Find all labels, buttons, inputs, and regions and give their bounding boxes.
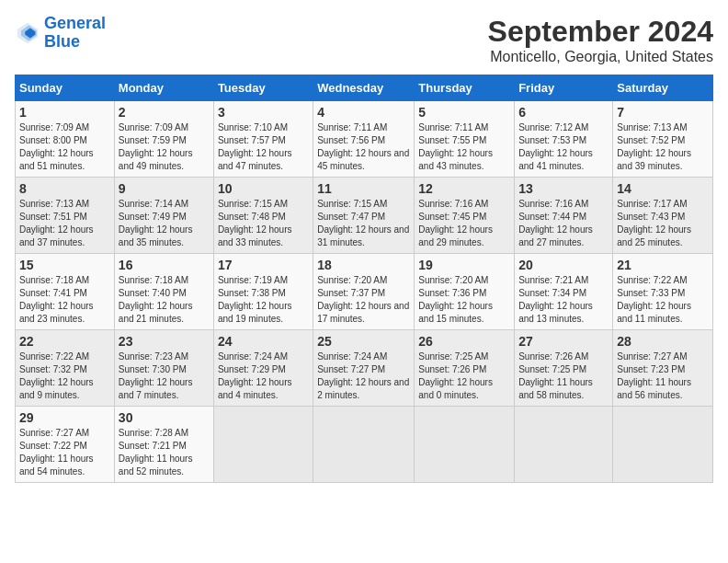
header-wednesday: Wednesday xyxy=(313,75,415,101)
day-number: 2 xyxy=(119,105,210,120)
day-detail: Sunrise: 7:10 AMSunset: 7:57 PMDaylight:… xyxy=(218,122,292,171)
header-saturday: Saturday xyxy=(613,75,713,101)
header-tuesday: Tuesday xyxy=(213,75,313,101)
day-number: 13 xyxy=(518,181,609,196)
day-number: 6 xyxy=(518,105,609,120)
calendar-table: Sunday Monday Tuesday Wednesday Thursday… xyxy=(15,75,713,483)
table-cell: 7 Sunrise: 7:13 AMSunset: 7:52 PMDayligh… xyxy=(613,101,713,178)
day-number: 16 xyxy=(119,258,210,272)
logo-text: General Blue xyxy=(44,15,106,52)
table-cell: 4 Sunrise: 7:11 AMSunset: 7:56 PMDayligh… xyxy=(313,101,415,178)
table-cell: 16 Sunrise: 7:18 AMSunset: 7:40 PMDaylig… xyxy=(114,254,213,330)
table-cell: 5 Sunrise: 7:11 AMSunset: 7:55 PMDayligh… xyxy=(415,101,515,178)
day-detail: Sunrise: 7:27 AMSunset: 7:22 PMDaylight:… xyxy=(19,428,94,477)
header-thursday: Thursday xyxy=(415,75,515,101)
day-number: 25 xyxy=(317,334,410,349)
day-detail: Sunrise: 7:28 AMSunset: 7:21 PMDaylight:… xyxy=(119,428,193,477)
header-sunday: Sunday xyxy=(16,75,115,101)
day-detail: Sunrise: 7:16 AMSunset: 7:45 PMDaylight:… xyxy=(418,199,493,247)
day-number: 4 xyxy=(317,105,410,120)
table-cell: 11 Sunrise: 7:15 AMSunset: 7:47 PMDaylig… xyxy=(313,178,415,254)
day-detail: Sunrise: 7:11 AMSunset: 7:55 PMDaylight:… xyxy=(418,122,493,171)
logo: General Blue xyxy=(15,15,106,52)
day-number: 27 xyxy=(518,334,609,349)
day-detail: Sunrise: 7:15 AMSunset: 7:48 PMDaylight:… xyxy=(218,199,292,247)
table-cell: 1 Sunrise: 7:09 AMSunset: 8:00 PMDayligh… xyxy=(16,101,115,178)
day-number: 9 xyxy=(119,181,210,196)
day-detail: Sunrise: 7:21 AMSunset: 7:34 PMDaylight:… xyxy=(518,275,593,324)
table-cell: 6 Sunrise: 7:12 AMSunset: 7:53 PMDayligh… xyxy=(515,101,613,178)
day-number: 11 xyxy=(317,181,410,196)
table-cell: 15 Sunrise: 7:18 AMSunset: 7:41 PMDaylig… xyxy=(16,254,115,330)
day-number: 17 xyxy=(218,258,309,272)
day-number: 5 xyxy=(418,105,510,120)
day-number: 23 xyxy=(119,334,210,349)
table-cell: 29 Sunrise: 7:27 AMSunset: 7:22 PMDaylig… xyxy=(16,407,115,483)
day-number: 7 xyxy=(617,105,709,120)
day-detail: Sunrise: 7:27 AMSunset: 7:23 PMDaylight:… xyxy=(617,351,691,400)
page-subtitle: Monticello, Georgia, United States xyxy=(488,49,713,65)
day-number: 1 xyxy=(19,105,110,120)
table-cell xyxy=(515,407,613,483)
day-number: 30 xyxy=(119,410,210,425)
day-detail: Sunrise: 7:14 AMSunset: 7:49 PMDaylight:… xyxy=(119,199,193,247)
day-detail: Sunrise: 7:20 AMSunset: 7:37 PMDaylight:… xyxy=(317,275,409,324)
day-number: 12 xyxy=(418,181,510,196)
day-detail: Sunrise: 7:09 AMSunset: 7:59 PMDaylight:… xyxy=(119,122,193,171)
calendar-row: 8 Sunrise: 7:13 AMSunset: 7:51 PMDayligh… xyxy=(16,178,713,254)
day-number: 24 xyxy=(218,334,309,349)
day-detail: Sunrise: 7:24 AMSunset: 7:27 PMDaylight:… xyxy=(317,351,409,400)
table-cell: 10 Sunrise: 7:15 AMSunset: 7:48 PMDaylig… xyxy=(213,178,313,254)
day-number: 3 xyxy=(218,105,309,120)
table-cell: 3 Sunrise: 7:10 AMSunset: 7:57 PMDayligh… xyxy=(213,101,313,178)
page-title: September 2024 xyxy=(488,15,713,49)
day-detail: Sunrise: 7:15 AMSunset: 7:47 PMDaylight:… xyxy=(317,199,409,247)
table-cell: 12 Sunrise: 7:16 AMSunset: 7:45 PMDaylig… xyxy=(415,178,515,254)
day-detail: Sunrise: 7:16 AMSunset: 7:44 PMDaylight:… xyxy=(518,199,593,247)
table-cell: 23 Sunrise: 7:23 AMSunset: 7:30 PMDaylig… xyxy=(114,330,213,407)
day-number: 26 xyxy=(418,334,510,349)
page-header: General Blue September 2024 Monticello, … xyxy=(15,15,713,65)
day-number: 21 xyxy=(617,258,709,272)
table-cell: 19 Sunrise: 7:20 AMSunset: 7:36 PMDaylig… xyxy=(415,254,515,330)
table-cell xyxy=(213,407,313,483)
logo-line1: General xyxy=(44,14,106,32)
day-detail: Sunrise: 7:13 AMSunset: 7:51 PMDaylight:… xyxy=(19,199,94,247)
logo-line2: Blue xyxy=(44,32,80,51)
title-area: September 2024 Monticello, Georgia, Unit… xyxy=(488,15,713,65)
day-detail: Sunrise: 7:09 AMSunset: 8:00 PMDaylight:… xyxy=(19,122,94,171)
table-cell: 9 Sunrise: 7:14 AMSunset: 7:49 PMDayligh… xyxy=(114,178,213,254)
table-cell: 13 Sunrise: 7:16 AMSunset: 7:44 PMDaylig… xyxy=(515,178,613,254)
table-cell: 14 Sunrise: 7:17 AMSunset: 7:43 PMDaylig… xyxy=(613,178,713,254)
day-number: 20 xyxy=(518,258,609,272)
table-cell xyxy=(415,407,515,483)
day-number: 19 xyxy=(418,258,510,272)
day-detail: Sunrise: 7:20 AMSunset: 7:36 PMDaylight:… xyxy=(418,275,493,324)
day-detail: Sunrise: 7:22 AMSunset: 7:32 PMDaylight:… xyxy=(19,351,94,400)
table-cell: 20 Sunrise: 7:21 AMSunset: 7:34 PMDaylig… xyxy=(515,254,613,330)
day-number: 10 xyxy=(218,181,309,196)
table-cell: 24 Sunrise: 7:24 AMSunset: 7:29 PMDaylig… xyxy=(213,330,313,407)
table-cell xyxy=(613,407,713,483)
day-detail: Sunrise: 7:17 AMSunset: 7:43 PMDaylight:… xyxy=(617,199,691,247)
calendar-header: Sunday Monday Tuesday Wednesday Thursday… xyxy=(16,75,713,101)
table-cell: 30 Sunrise: 7:28 AMSunset: 7:21 PMDaylig… xyxy=(114,407,213,483)
table-cell: 8 Sunrise: 7:13 AMSunset: 7:51 PMDayligh… xyxy=(16,178,115,254)
day-number: 18 xyxy=(317,258,410,272)
day-detail: Sunrise: 7:13 AMSunset: 7:52 PMDaylight:… xyxy=(617,122,691,171)
day-number: 15 xyxy=(19,258,110,272)
day-detail: Sunrise: 7:18 AMSunset: 7:40 PMDaylight:… xyxy=(119,275,193,324)
table-cell: 26 Sunrise: 7:25 AMSunset: 7:26 PMDaylig… xyxy=(415,330,515,407)
calendar-row: 29 Sunrise: 7:27 AMSunset: 7:22 PMDaylig… xyxy=(16,407,713,483)
day-detail: Sunrise: 7:23 AMSunset: 7:30 PMDaylight:… xyxy=(119,351,193,400)
table-cell: 22 Sunrise: 7:22 AMSunset: 7:32 PMDaylig… xyxy=(16,330,115,407)
logo-icon xyxy=(15,20,40,46)
day-number: 28 xyxy=(617,334,709,349)
day-number: 14 xyxy=(617,181,709,196)
table-cell: 27 Sunrise: 7:26 AMSunset: 7:25 PMDaylig… xyxy=(515,330,613,407)
header-row: Sunday Monday Tuesday Wednesday Thursday… xyxy=(16,75,713,101)
table-cell: 18 Sunrise: 7:20 AMSunset: 7:37 PMDaylig… xyxy=(313,254,415,330)
table-cell: 21 Sunrise: 7:22 AMSunset: 7:33 PMDaylig… xyxy=(613,254,713,330)
table-cell: 28 Sunrise: 7:27 AMSunset: 7:23 PMDaylig… xyxy=(613,330,713,407)
table-cell: 25 Sunrise: 7:24 AMSunset: 7:27 PMDaylig… xyxy=(313,330,415,407)
